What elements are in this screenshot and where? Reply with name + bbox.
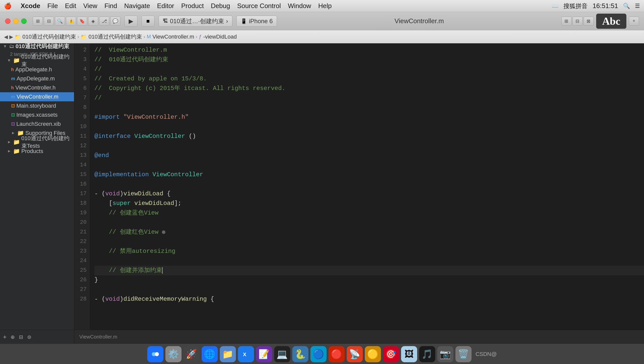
- dock-finder[interactable]: [147, 346, 163, 362]
- breadcrumb-part-2[interactable]: M: [147, 34, 151, 40]
- code-line-20: [94, 218, 644, 227]
- code-line-6: // Copyright (c) 2015年 itcast. All right…: [94, 84, 644, 93]
- comment-btn[interactable]: 💬: [110, 17, 120, 26]
- dock-screenshare[interactable]: 📷: [437, 346, 453, 362]
- scheme-selector[interactable]: 🏗 010通过…·创建约束 ›: [159, 16, 232, 27]
- run-button[interactable]: ▶: [124, 16, 137, 27]
- stop-button[interactable]: ■: [141, 16, 155, 27]
- input-method-icon[interactable]: ⌨️: [552, 3, 558, 9]
- sidebar-item-main-storyboard[interactable]: ⊡ Main.storyboard: [0, 101, 74, 110]
- menu-help[interactable]: Help: [318, 2, 332, 10]
- code-line-27: [94, 285, 644, 294]
- notifications-icon[interactable]: ☰: [635, 3, 640, 9]
- breadcrumb-label-0[interactable]: 010通过代码创建约束: [22, 33, 76, 41]
- dock-red-app[interactable]: 🔴: [329, 346, 345, 362]
- dock-instruments[interactable]: 🎯: [383, 346, 399, 362]
- add-btn[interactable]: +: [629, 17, 639, 26]
- nav-forward-btn[interactable]: ▶: [9, 34, 13, 40]
- sidebar-history-btn[interactable]: ⊜: [27, 334, 31, 340]
- sidebar-item-images-xcassets[interactable]: ⊡ Images.xcassets: [0, 110, 74, 119]
- menu-source-control[interactable]: Source Control: [237, 2, 281, 10]
- menu-product[interactable]: Product: [181, 2, 204, 10]
- device-icon: 📱: [241, 18, 247, 24]
- warning-btn[interactable]: ⚠️: [66, 17, 76, 26]
- navigator-toggle[interactable]: ⊞: [33, 17, 43, 26]
- commit-btn[interactable]: ⊟: [44, 17, 54, 26]
- appdelegate-h-label: AppDelegate.h: [15, 66, 52, 73]
- dock-safari[interactable]: 🌐: [202, 346, 218, 362]
- input-method-label: 搜狐拼音: [563, 2, 588, 10]
- breadcrumb-label-1[interactable]: 010通过代码创建约束: [88, 33, 142, 41]
- project-expand-icon: ▼: [3, 44, 7, 49]
- menu-edit[interactable]: Edit: [65, 2, 76, 10]
- breadcrumb-label-2[interactable]: ViewController.m: [152, 34, 194, 40]
- close-button[interactable]: [5, 18, 11, 24]
- editor-assistant-btn[interactable]: ⊟: [573, 17, 583, 26]
- sidebar-item-tests-group[interactable]: ▼ 📁 010通过代码创建约束Tests: [0, 138, 74, 147]
- dock-files[interactable]: 📁: [220, 346, 236, 362]
- breadcrumb-sep-1: ›: [144, 34, 145, 40]
- bookmark-btn[interactable]: 🔖: [77, 17, 87, 26]
- breadcrumb-part-3[interactable]: ƒ: [199, 34, 202, 40]
- sidebar-item-launchscreen-xib[interactable]: ⊡ LaunchScreen.xib: [0, 119, 74, 129]
- viewcontroller-h-icon: h: [11, 85, 14, 90]
- sidebar-item-main-group[interactable]: ▼ 📁 010通过代码创建约束: [0, 56, 74, 65]
- editor-version-btn[interactable]: ⊠: [584, 17, 594, 26]
- device-selector[interactable]: 📱 iPhone 6: [236, 16, 277, 27]
- code-line-12: [94, 141, 644, 151]
- apple-menu[interactable]: 🍎: [4, 3, 12, 10]
- dock-trash[interactable]: 🗑️: [455, 346, 472, 362]
- sidebar-item-appdelegate-m[interactable]: m AppDelegate.m: [0, 74, 74, 83]
- breadcrumb-label-3[interactable]: -viewDidLoad: [203, 34, 237, 40]
- code-line-9: #import "ViewController.h": [94, 112, 644, 122]
- branch-btn[interactable]: ⎇: [99, 17, 109, 26]
- dock-system-preferences[interactable]: ⚙️: [165, 346, 182, 362]
- breadcrumb-part-1[interactable]: 📁: [81, 34, 87, 40]
- menu-editor[interactable]: Editor: [157, 2, 174, 10]
- editor-standard-btn[interactable]: ⊞: [561, 17, 571, 26]
- sidebar-filter-btn[interactable]: ⊕: [11, 334, 15, 340]
- supporting-expand-icon: ▼: [11, 131, 15, 135]
- sidebar-commit-btn[interactable]: ⊟: [19, 334, 23, 340]
- menu-debug[interactable]: Debug: [211, 2, 230, 10]
- code-line-14: [94, 160, 644, 170]
- code-editor[interactable]: 2 3 4 5 6 7 8 9 10 11 12 13 14 15 16 17 …: [74, 43, 644, 330]
- dock-filezilla[interactable]: 📡: [347, 346, 363, 362]
- dock-blue-app[interactable]: 🔵: [310, 346, 327, 362]
- spotlight-icon[interactable]: 🔍: [623, 3, 630, 9]
- line-numbers: 2 3 4 5 6 7 8 9 10 11 12 13 14 15 16 17 …: [74, 43, 89, 330]
- breadcrumb-part-0[interactable]: 📁: [15, 34, 21, 40]
- code-line-25: // 创建并添加约束: [94, 266, 644, 275]
- dock-xcode[interactable]: X: [238, 346, 254, 362]
- tests-folder-icon: 📁: [13, 139, 20, 145]
- menu-navigate[interactable]: Navigate: [124, 2, 150, 10]
- nav-back-btn[interactable]: ◀: [4, 34, 8, 40]
- dock-preview[interactable]: 🖼: [401, 346, 417, 362]
- code-line-17: - (void)viewDidLoad {: [94, 189, 644, 199]
- sidebar-item-viewcontroller-h[interactable]: h ViewController.h: [0, 83, 74, 92]
- sidebar-item-viewcontroller-m[interactable]: m ViewController.m: [0, 92, 74, 101]
- dock-onenote[interactable]: 📝: [256, 346, 272, 362]
- menu-xcode[interactable]: Xcode: [21, 2, 40, 10]
- search-btn[interactable]: 🔍: [55, 17, 65, 26]
- dock-launchpad[interactable]: 🚀: [184, 346, 200, 362]
- svg-point-0: [162, 230, 165, 234]
- minimize-button[interactable]: [13, 18, 19, 24]
- maximize-button[interactable]: [21, 18, 27, 24]
- menu-file[interactable]: File: [47, 2, 58, 10]
- menu-view[interactable]: View: [83, 2, 97, 10]
- project-name: 010通过代码创建约束: [16, 43, 69, 50]
- editor-status: ViewController.m: [79, 334, 117, 340]
- code-content[interactable]: // ViewController.m // 010通过代码创建约束 // //…: [89, 43, 644, 330]
- tests-group-label: 010通过代码创建约束Tests: [21, 135, 72, 150]
- menu-window[interactable]: Window: [288, 2, 311, 10]
- xib-label: LaunchScreen.xib: [16, 121, 61, 127]
- dock-music[interactable]: 🎵: [419, 346, 435, 362]
- find-btn[interactable]: ◈: [88, 17, 98, 26]
- dock-terminal[interactable]: 💻: [274, 346, 290, 362]
- add-file-btn[interactable]: +: [3, 333, 7, 341]
- dock-yellow-app[interactable]: 🟡: [365, 346, 381, 362]
- project-icon: 🗂: [9, 43, 14, 49]
- dock-python[interactable]: 🐍: [292, 346, 308, 362]
- menu-find[interactable]: Find: [104, 2, 117, 10]
